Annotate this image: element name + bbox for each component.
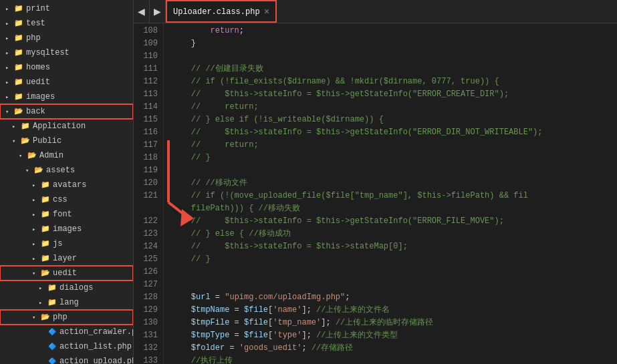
tree-item-uedit2[interactable]: uedit <box>0 266 133 281</box>
label-Application: Application <box>33 122 86 131</box>
icon-print <box>13 3 24 14</box>
icon-test <box>13 18 24 29</box>
tree-item-images2[interactable]: images <box>0 222 133 236</box>
tree-arrow-avatars <box>32 182 40 189</box>
tree-item-back[interactable]: back <box>0 104 133 119</box>
tree-arrow-mysqltest <box>5 49 13 57</box>
tree-arrow-Application <box>12 123 20 130</box>
icon-avatars <box>40 180 51 190</box>
icon-action_crawler <box>47 327 57 337</box>
icon-uedit <box>13 77 24 87</box>
tree-item-dialogs[interactable]: dialogs <box>0 281 133 295</box>
tree-item-layer[interactable]: layer <box>0 251 133 266</box>
label-assets: assets <box>46 166 75 175</box>
tree-item-js[interactable]: js <box>0 236 133 251</box>
label-homes: homes <box>26 63 50 72</box>
nav-back-button[interactable]: ◀ <box>134 0 150 23</box>
label-back: back <box>26 107 45 116</box>
icon-dialogs <box>47 283 57 293</box>
tree-arrow-Admin <box>19 152 27 160</box>
label-action_list: action_list.php <box>59 342 132 351</box>
icon-font <box>40 209 51 220</box>
icon-homes <box>13 62 24 73</box>
line-numbers: 1081091101111121131141151161171181191201… <box>134 23 164 364</box>
tree-item-print[interactable]: print <box>0 1 133 16</box>
icon-images <box>13 92 24 102</box>
icon-layer <box>40 253 51 264</box>
tree-arrow-images <box>5 94 13 101</box>
tree-arrow-layer <box>32 255 40 262</box>
tree-arrow-uedit2 <box>32 270 40 277</box>
tab-filename: Uploader.class.php <box>173 7 260 17</box>
tree-item-homes[interactable]: homes <box>0 60 133 75</box>
icon-action_list <box>47 341 57 352</box>
tree-arrow-print <box>5 5 13 13</box>
icon-lang <box>47 297 57 308</box>
label-Public: Public <box>33 136 61 146</box>
label-uedit2: uedit <box>53 268 77 278</box>
tree-item-Public[interactable]: Public <box>0 134 133 148</box>
label-php: php <box>26 33 41 43</box>
icon-action_upload <box>47 356 57 364</box>
label-js: js <box>53 239 62 248</box>
tree-item-php[interactable]: php <box>0 31 133 45</box>
tree-item-mysqltest[interactable]: mysqltest <box>0 45 133 60</box>
icon-images2 <box>40 224 51 234</box>
tree-arrow-homes <box>5 64 13 71</box>
tree-item-uedit[interactable]: uedit <box>0 75 133 89</box>
active-tab[interactable]: Uploader.class.php × <box>166 0 277 23</box>
icon-back <box>13 106 24 117</box>
label-layer: layer <box>53 254 77 263</box>
tab-close-button[interactable]: × <box>264 7 269 17</box>
tree-arrow-uedit <box>5 79 13 86</box>
icon-assets <box>33 165 44 176</box>
tree-arrow-dialogs <box>39 285 47 292</box>
code-area: 1081091101111121131141151161171181191201… <box>134 23 617 364</box>
tree-item-action_list[interactable]: action_list.php <box>0 339 133 354</box>
tree-item-assets[interactable]: assets <box>0 163 133 178</box>
tree-item-avatars[interactable]: avatars <box>0 178 133 192</box>
label-action_upload: action_upload.php <box>59 357 134 364</box>
label-mysqltest: mysqltest <box>26 48 70 57</box>
icon-mysqltest <box>13 47 24 58</box>
tree-item-action_upload[interactable]: action_upload.php <box>0 354 133 364</box>
tree-item-Application[interactable]: Application <box>0 119 133 134</box>
code-content[interactable]: return; } // //创建目录失败 // if (!file_exist… <box>164 23 617 364</box>
tree-item-lang[interactable]: lang <box>0 295 133 310</box>
tree-item-Admin[interactable]: Admin <box>0 148 133 163</box>
label-test: test <box>26 19 45 28</box>
icon-js <box>40 238 51 249</box>
tab-bar: ◀ ▶ Uploader.class.php × <box>134 0 617 23</box>
tree-arrow-js <box>32 240 40 248</box>
label-lang: lang <box>59 298 79 307</box>
tree-arrow-images2 <box>32 226 40 233</box>
tree-arrow-test <box>5 20 13 27</box>
tree-arrow-php2 <box>32 314 40 321</box>
tree-arrow-assets <box>25 167 33 174</box>
tree-arrow-font <box>32 211 40 218</box>
tree-item-css[interactable]: css <box>0 192 133 207</box>
editor-panel: ◀ ▶ Uploader.class.php × 108109110111112… <box>134 0 617 364</box>
nav-forward-button[interactable]: ▶ <box>150 0 166 23</box>
icon-Public <box>20 136 31 146</box>
label-images: images <box>26 92 55 102</box>
label-php2: php <box>53 313 68 322</box>
tree-arrow-back <box>5 108 13 116</box>
label-Admin: Admin <box>39 151 64 160</box>
icon-css <box>40 194 51 205</box>
label-avatars: avatars <box>53 180 86 190</box>
icon-Admin <box>27 150 37 161</box>
icon-php <box>13 33 24 43</box>
file-tree: printtestphpmysqltesthomesueditimagesbac… <box>0 0 134 364</box>
tree-item-action_crawler[interactable]: action_crawler.php <box>0 325 133 339</box>
icon-php2 <box>40 312 51 323</box>
tree-item-php2[interactable]: php <box>0 310 133 325</box>
icon-Application <box>20 121 31 132</box>
tree-item-images[interactable]: images <box>0 89 133 104</box>
label-action_crawler: action_crawler.php <box>59 327 134 337</box>
label-print: print <box>26 4 50 13</box>
tree-arrow-php <box>5 35 13 42</box>
tree-item-font[interactable]: font <box>0 207 133 222</box>
tree-item-test[interactable]: test <box>0 16 133 31</box>
label-dialogs: dialogs <box>59 283 93 293</box>
